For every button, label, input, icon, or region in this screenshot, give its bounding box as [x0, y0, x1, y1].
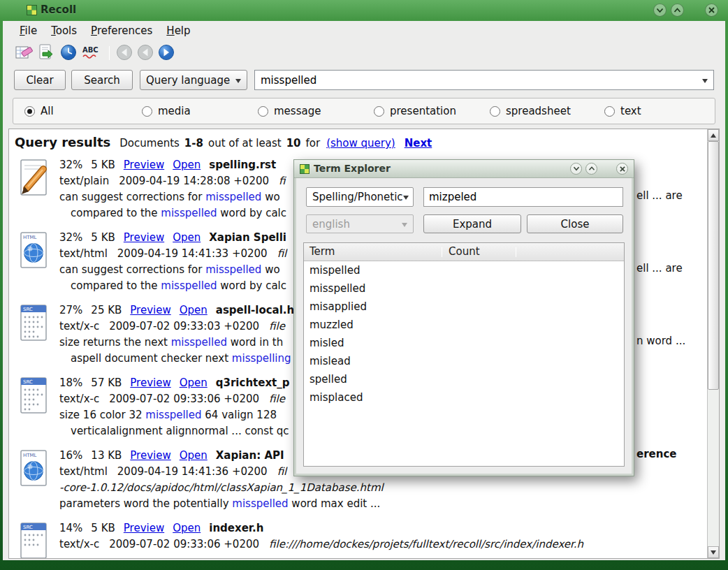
search-query-input[interactable]: [255, 74, 702, 87]
preview-link[interactable]: Preview: [130, 375, 170, 391]
open-link[interactable]: Open: [173, 520, 201, 536]
filter-media[interactable]: media: [142, 105, 191, 117]
menu-help[interactable]: Help: [166, 24, 190, 37]
filter-text[interactable]: text: [604, 105, 641, 117]
preview-link[interactable]: Preview: [130, 302, 170, 319]
filter-label: spreadsheet: [506, 105, 571, 117]
filter-all[interactable]: All: [24, 105, 54, 117]
doc-url: fil: [277, 464, 287, 480]
doc-url: file: [269, 391, 285, 407]
clear-search-icon[interactable]: [14, 43, 34, 62]
doc-date: 2009-07-02 09:33:06 +0200: [109, 391, 259, 407]
relevance-pct: 14%: [59, 520, 82, 536]
term-list-item[interactable]: misapplied: [304, 298, 624, 316]
doc-icon-source: SRC: [17, 377, 51, 416]
open-link[interactable]: Open: [180, 375, 208, 391]
results-scrollbar[interactable]: [707, 129, 719, 558]
preview-link[interactable]: Preview: [130, 448, 170, 464]
term-query-input[interactable]: [424, 188, 623, 206]
filter-label: media: [158, 105, 191, 117]
open-link[interactable]: Open: [180, 302, 208, 319]
dialog-title: Term Explorer: [314, 163, 391, 174]
column-term[interactable]: Term: [310, 243, 335, 261]
preview-link[interactable]: Preview: [124, 230, 164, 246]
menu-preferences[interactable]: Preferences: [91, 24, 152, 37]
term-explorer-icon[interactable]: ABC: [81, 43, 101, 62]
result-filename: spelling.rst: [209, 157, 276, 173]
preview-link[interactable]: Preview: [124, 520, 164, 536]
scroll-down-arrow[interactable]: [708, 546, 719, 558]
filter-presentation[interactable]: presentation: [374, 105, 456, 117]
language-dropdown-disabled[interactable]: english: [306, 214, 414, 233]
unshade-dialog-button[interactable]: [585, 163, 597, 175]
term-list-item[interactable]: mislead: [304, 352, 624, 370]
doc-url: file: [269, 319, 285, 335]
filter-message[interactable]: message: [258, 105, 321, 117]
scroll-up-arrow[interactable]: [708, 129, 719, 141]
svg-text:SRC: SRC: [23, 525, 33, 530]
unshade-window-button[interactable]: [671, 3, 684, 17]
search-row: Clear Search Query language: [3, 66, 725, 94]
term-list-item[interactable]: muzzled: [304, 316, 624, 334]
next-page-link[interactable]: Next: [405, 137, 432, 149]
relevance-pct: 16%: [59, 448, 82, 464]
sort-by-dates-icon[interactable]: [59, 43, 78, 62]
radio-icon: [258, 106, 268, 117]
first-page-icon[interactable]: [115, 43, 134, 62]
filter-spreadsheet[interactable]: spreadsheet: [490, 105, 571, 117]
term-list-item[interactable]: spelled: [304, 370, 624, 388]
radio-selected-icon: [24, 106, 35, 117]
result-filename: indexer.h: [209, 520, 263, 536]
close-dialog-button[interactable]: [616, 163, 628, 175]
open-link[interactable]: Open: [173, 157, 201, 173]
column-count[interactable]: Count: [449, 243, 480, 261]
term-list-item[interactable]: misplaced: [304, 388, 624, 407]
column-divider: [516, 247, 516, 257]
menu-bar: File Tools Preferences Help: [3, 21, 725, 41]
svg-text:ABC: ABC: [82, 46, 99, 54]
abstract-overflow-fragment: n word ...: [636, 335, 685, 347]
expansion-mode-dropdown[interactable]: Spelling/Phonetic: [306, 187, 414, 207]
shade-dialog-button[interactable]: [570, 163, 582, 175]
search-query-combobox[interactable]: [254, 70, 714, 90]
filter-label: All: [41, 105, 54, 117]
open-link[interactable]: Open: [173, 230, 201, 246]
scrollbar-thumb[interactable]: [708, 141, 719, 390]
term-query-field[interactable]: [423, 187, 623, 207]
term-list-item[interactable]: mispelled: [304, 261, 624, 279]
show-query-link[interactable]: (show query): [326, 137, 395, 149]
query-language-dropdown[interactable]: Query language: [140, 70, 247, 90]
radio-icon: [374, 106, 384, 117]
doc-date: 2009-07-02 09:33:03 +0200: [109, 319, 259, 335]
menu-file[interactable]: File: [20, 24, 37, 37]
file-size: 5 KB: [91, 157, 115, 173]
next-page-icon[interactable]: [156, 43, 176, 62]
chevron-down-icon: [235, 79, 241, 86]
close-window-button[interactable]: [705, 3, 718, 17]
filter-category-group: All media message presentation spreadshe…: [13, 98, 715, 124]
abstract-line: parameters word the potentially misspell…: [59, 496, 707, 512]
close-button[interactable]: Close: [527, 214, 623, 233]
radio-icon: [604, 106, 615, 117]
expand-button[interactable]: Expand: [423, 214, 521, 233]
preview-link[interactable]: Preview: [124, 157, 164, 173]
close-icon: [620, 166, 625, 172]
show-doc-history-icon[interactable]: [36, 43, 56, 62]
filter-label: presentation: [390, 105, 456, 117]
term-explorer-titlebar[interactable]: Term Explorer: [294, 160, 634, 178]
clear-button[interactable]: Clear: [14, 70, 66, 90]
term-list-item[interactable]: misspelled: [304, 279, 624, 298]
previous-page-icon[interactable]: [136, 43, 155, 62]
search-button[interactable]: Search: [71, 70, 133, 90]
filename-overflow-fragment: erence: [636, 448, 677, 460]
shade-window-button[interactable]: [653, 3, 667, 17]
term-list-item[interactable]: misled: [304, 334, 624, 352]
term-list-header[interactable]: Term Count: [304, 243, 624, 261]
window-titlebar[interactable]: Recoll: [0, 0, 728, 21]
menu-tools[interactable]: Tools: [51, 24, 77, 37]
term-explorer-dialog: Term Explorer Spelling/Phonetic: [293, 159, 634, 476]
open-link[interactable]: Open: [180, 448, 208, 464]
doc-icon-html: HTML: [17, 231, 51, 270]
result-filename: aspell-local.h: [216, 302, 294, 319]
file-size: 57 KB: [91, 375, 122, 391]
